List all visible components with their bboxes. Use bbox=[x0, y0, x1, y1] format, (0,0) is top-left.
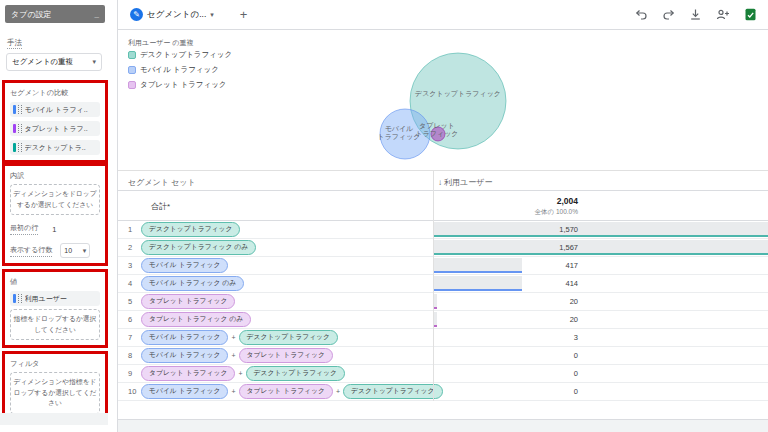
segment-pill[interactable]: デスクトップトラフィック bbox=[343, 384, 442, 399]
drag-handle-icon[interactable] bbox=[18, 143, 22, 152]
row-number: 6 bbox=[128, 315, 141, 324]
total-percent: 全体の 100.0% bbox=[433, 208, 578, 217]
segment-pill[interactable]: タブレット トラフィック bbox=[239, 348, 333, 363]
sort-descending-icon: ↓ bbox=[438, 178, 442, 187]
legend-item: タブレット トラフィック bbox=[128, 80, 232, 90]
value-text: 0 bbox=[433, 365, 578, 382]
value-cell: 3 bbox=[433, 329, 768, 346]
column-header-users[interactable]: ↓利用ユーザー bbox=[438, 177, 492, 188]
table-header-row: セグメント セット ↓利用ユーザー bbox=[118, 171, 768, 191]
table-row[interactable]: 7モバイル トラフィック+デスクトップトラフィック3 bbox=[118, 329, 768, 347]
legend-swatch bbox=[128, 66, 136, 74]
drag-handle-icon[interactable] bbox=[18, 105, 22, 114]
segment-chip[interactable]: モバイル トラフィ.. bbox=[10, 102, 100, 117]
row-number: 3 bbox=[128, 261, 141, 270]
row-number: 9 bbox=[128, 369, 141, 378]
segment-table: セグメント セット ↓利用ユーザー 合計* 2,004 全体の 100.0% 1… bbox=[118, 171, 768, 432]
table-row[interactable]: 2デスクトップトラフィック のみ1,567 bbox=[118, 239, 768, 257]
venn-panel: 利用ユーザー の重複 デスクトップトラフィックモバイル トラフィックタブレット … bbox=[118, 30, 768, 171]
chip-label: タブレット トラフ.. bbox=[25, 124, 88, 134]
undo-icon[interactable] bbox=[635, 8, 648, 21]
segment-pill[interactable]: モバイル トラフィック bbox=[141, 330, 228, 345]
segment-pill[interactable]: モバイル トラフィック bbox=[141, 384, 228, 399]
value-cell: 0 bbox=[433, 347, 768, 364]
values-section: 値 利用ユーザー 指標をドロップするか選択してください bbox=[2, 269, 108, 348]
value-text: 414 bbox=[433, 275, 578, 292]
drag-handle-icon[interactable] bbox=[18, 294, 22, 303]
download-icon[interactable] bbox=[689, 8, 702, 21]
row-count-label: 表示する行数 bbox=[10, 245, 52, 257]
segment-pill[interactable]: モバイル トラフィック のみ bbox=[141, 276, 244, 291]
segment-chip-list: モバイル トラフィ..タブレット トラフ..デスクトップトラ.. bbox=[9, 102, 101, 155]
value-cell: 414 bbox=[433, 275, 768, 292]
chip-label: 利用ユーザー bbox=[25, 294, 67, 304]
segment-plus-separator: + bbox=[336, 388, 340, 395]
table-row[interactable]: 3モバイル トラフィック417 bbox=[118, 257, 768, 275]
row-number: 5 bbox=[128, 297, 141, 306]
table-row[interactable]: 8モバイル トラフィック+タブレット トラフィック0 bbox=[118, 347, 768, 365]
table-row[interactable]: 6タブレット トラフィック のみ20 bbox=[118, 311, 768, 329]
tab-segment-overlap[interactable]: ✎ セグメントの... ▾ bbox=[126, 0, 224, 29]
metric-dropzone[interactable]: 指標をドロップするか選択してください bbox=[10, 309, 100, 340]
legend-item: デスクトップトラフィック bbox=[128, 50, 232, 60]
row-number: 10 bbox=[128, 387, 141, 396]
redo-icon[interactable] bbox=[662, 8, 675, 21]
segment-chip[interactable]: タブレット トラフ.. bbox=[10, 121, 100, 136]
table-row[interactable]: 9タブレット トラフィック+デスクトップトラフィック0 bbox=[118, 365, 768, 383]
minimize-icon[interactable]: _ bbox=[95, 10, 99, 19]
segment-pill[interactable]: モバイル トラフィック bbox=[141, 258, 228, 273]
page-background-strip bbox=[118, 419, 768, 432]
legend-label: デスクトップトラフィック bbox=[140, 50, 232, 60]
edit-icon: ✎ bbox=[130, 8, 143, 21]
total-row: 合計* 2,004 全体の 100.0% bbox=[118, 191, 768, 221]
segment-pill[interactable]: モバイル トラフィック bbox=[141, 348, 228, 363]
value-cell: 20 bbox=[433, 311, 768, 328]
segment-comparison-label: セグメントの比較 bbox=[10, 88, 101, 98]
segment-pill[interactable]: タブレット トラフィック のみ bbox=[141, 312, 251, 327]
share-with-people-icon[interactable] bbox=[716, 8, 730, 21]
row-number: 2 bbox=[128, 243, 141, 252]
table-row[interactable]: 1デスクトップトラフィック1,570 bbox=[118, 221, 768, 239]
value-text: 20 bbox=[433, 311, 578, 328]
segment-pill[interactable]: デスクトップトラフィック bbox=[239, 330, 338, 345]
value-text: 0 bbox=[433, 383, 578, 400]
first-row-value[interactable]: 1 bbox=[52, 225, 56, 234]
value-cell: 20 bbox=[433, 293, 768, 310]
value-text: 20 bbox=[433, 293, 578, 310]
technique-select[interactable]: セグメントの重複 ▾ bbox=[6, 53, 102, 71]
venn-diagram: デスクトップトラフィックモバイルトラフィックタブレットトラフィック bbox=[351, 40, 531, 168]
value-cell: 1,567 bbox=[433, 239, 768, 256]
toolbar bbox=[635, 8, 760, 21]
total-label: 合計* bbox=[151, 201, 170, 212]
table-row[interactable]: 4モバイル トラフィック のみ414 bbox=[118, 275, 768, 293]
legend-swatch bbox=[128, 51, 136, 59]
segment-pill[interactable]: タブレット トラフィック bbox=[141, 366, 235, 381]
drag-handle-icon[interactable] bbox=[18, 124, 22, 133]
table-row[interactable]: 10モバイル トラフィック+タブレット トラフィック+デスクトップトラフィック0 bbox=[118, 383, 768, 401]
segment-pill[interactable]: デスクトップトラフィック bbox=[141, 222, 240, 237]
tab-settings-panel: タブの設定 _ 手法 セグメントの重複 ▾ セグメントの比較 モバイル トラフィ… bbox=[0, 0, 110, 432]
chip-label: デスクトップトラ.. bbox=[25, 143, 86, 153]
segment-chip[interactable]: デスクトップトラ.. bbox=[10, 140, 100, 155]
segment-pill[interactable]: デスクトップトラフィック のみ bbox=[141, 240, 256, 255]
row-count-select[interactable]: 10 ▾ bbox=[60, 243, 90, 258]
table-row[interactable]: 5タブレット トラフィック20 bbox=[118, 293, 768, 311]
chip-color-bar bbox=[13, 124, 16, 133]
segment-plus-separator: + bbox=[231, 334, 235, 341]
value-text: 1,567 bbox=[433, 239, 578, 256]
add-tab-button[interactable]: + bbox=[240, 7, 248, 22]
filter-dropzone[interactable]: ディメンションや指標をドロップするか選択してください bbox=[10, 372, 100, 414]
segment-pill[interactable]: デスクトップトラフィック bbox=[246, 366, 345, 381]
export-to-sheets-icon[interactable] bbox=[744, 8, 757, 21]
dimension-dropzone[interactable]: ディメンションをドロップするか選択してください bbox=[10, 184, 100, 215]
segment-chip[interactable]: 利用ユーザー bbox=[10, 291, 100, 306]
segment-pill[interactable]: タブレット トラフィック bbox=[141, 294, 235, 309]
segment-pill[interactable]: タブレット トラフィック bbox=[239, 384, 333, 399]
segment-plus-separator: + bbox=[231, 388, 235, 395]
values-label: 値 bbox=[10, 277, 101, 287]
tab-bar: ✎ セグメントの... ▾ + bbox=[118, 0, 768, 30]
value-cell: 417 bbox=[433, 257, 768, 274]
column-header-segment-set[interactable]: セグメント セット bbox=[128, 177, 196, 188]
value-cell: 1,570 bbox=[433, 221, 768, 238]
value-text: 417 bbox=[433, 257, 578, 274]
